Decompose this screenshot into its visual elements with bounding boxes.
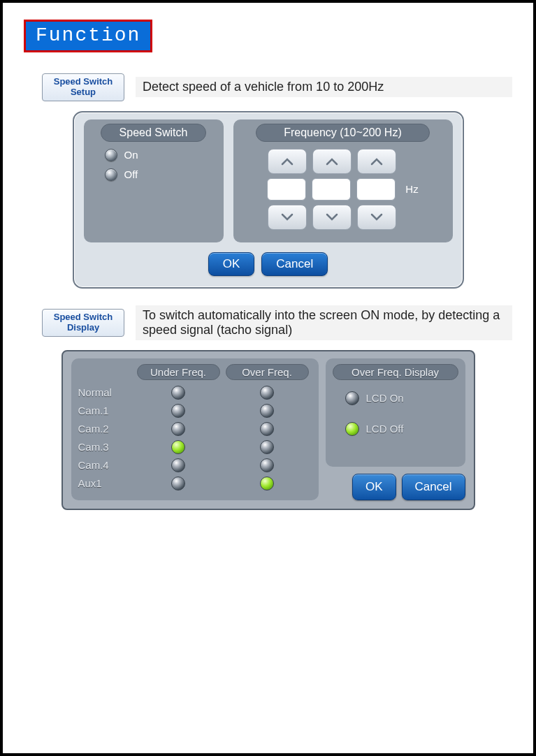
over-freq-radio[interactable] — [260, 477, 274, 490]
chevron-up-icon — [281, 157, 294, 166]
chevron-down-icon — [326, 213, 338, 221]
row-label: Cam.1 — [78, 405, 134, 416]
frequency-panel-title: Frequency (10~200 Hz) — [256, 124, 430, 142]
under-freq-radio[interactable] — [171, 477, 185, 490]
freq-digit1-up-button[interactable] — [268, 149, 307, 174]
lcd-on-label: LCD On — [366, 392, 404, 404]
page-title: Function — [24, 20, 152, 52]
over-freq-display-title: Over Freq. Display — [333, 364, 458, 380]
under-freq-radio[interactable] — [171, 386, 185, 400]
over-freq-radio[interactable] — [260, 386, 274, 400]
over-freq-column-header: Over Freq. — [226, 364, 309, 380]
speed-switch-panel-title: Speed Switch — [101, 124, 206, 142]
ok-button[interactable]: OK — [208, 252, 255, 276]
speed-switch-on-row[interactable]: On — [105, 149, 215, 161]
under-freq-radio[interactable] — [171, 458, 185, 472]
cancel-button[interactable]: Cancel — [402, 474, 465, 500]
over-freq-radio[interactable] — [260, 458, 274, 472]
chevron-down-icon — [370, 213, 383, 221]
freq-digit2-up-button[interactable] — [312, 149, 352, 174]
radio-icon — [345, 391, 359, 405]
radio-icon — [105, 168, 117, 181]
radio-icon — [345, 422, 359, 436]
lcd-off-label: LCD Off — [366, 423, 404, 435]
row-label: Cam.4 — [78, 459, 134, 471]
freq-digit3-up-button[interactable] — [357, 149, 396, 174]
radio-icon — [105, 149, 117, 161]
freq-mode-panel: Under Freq. Over Freq. NormalCam.1Cam.2C… — [71, 358, 319, 500]
freq-mode-row: Aux1 — [78, 477, 312, 490]
row-label: Cam.3 — [78, 441, 134, 453]
speed-switch-off-row[interactable]: Off — [105, 168, 215, 181]
lcd-off-option[interactable]: LCD Off — [345, 422, 458, 436]
freq-digit2-input[interactable] — [312, 178, 351, 201]
off-label: Off — [124, 168, 138, 180]
hz-unit-label: Hz — [405, 183, 418, 195]
freq-mode-row: Cam.4 — [78, 458, 312, 472]
ok-button[interactable]: OK — [352, 474, 396, 500]
freq-digit1-down-button[interactable] — [268, 205, 307, 230]
freq-mode-row: Normal — [78, 386, 312, 400]
speed-switch-setup-dialog: Speed Switch On Off Frequency (10~200 Hz… — [73, 111, 464, 289]
cancel-button[interactable]: Cancel — [261, 252, 328, 276]
under-freq-column-header: Under Freq. — [137, 364, 220, 380]
speed-switch-display-dialog: Under Freq. Over Freq. NormalCam.1Cam.2C… — [61, 350, 475, 510]
freq-mode-row: Cam.1 — [78, 404, 312, 418]
under-freq-radio[interactable] — [171, 440, 185, 454]
lcd-on-option[interactable]: LCD On — [345, 391, 458, 405]
section1-description: Detect speed of a vehicle from 10 to 200… — [136, 77, 512, 97]
freq-mode-row: Cam.3 — [78, 440, 312, 454]
row-label: Aux1 — [78, 477, 134, 489]
chevron-up-icon — [326, 157, 338, 166]
freq-digit3-input[interactable] — [356, 178, 396, 201]
chevron-up-icon — [370, 157, 383, 166]
over-freq-radio[interactable] — [260, 422, 274, 436]
freq-digit3-down-button[interactable] — [357, 205, 396, 230]
under-freq-radio[interactable] — [171, 404, 185, 418]
section2-description: To switch automatically into the screen … — [136, 305, 512, 340]
on-label: On — [124, 149, 138, 161]
speed-switch-setup-button[interactable]: Speed Switch Setup — [42, 73, 124, 101]
speed-switch-display-button[interactable]: Speed Switch Display — [42, 309, 124, 337]
over-freq-radio[interactable] — [260, 440, 274, 454]
freq-mode-row: Cam.2 — [78, 422, 312, 436]
under-freq-radio[interactable] — [171, 422, 185, 436]
freq-digit2-down-button[interactable] — [312, 205, 352, 230]
chevron-down-icon — [281, 213, 294, 221]
row-label: Normal — [78, 386, 134, 398]
over-freq-display-panel: Over Freq. Display LCD On LCD Off — [326, 358, 465, 467]
row-label: Cam.2 — [78, 423, 134, 435]
freq-digit1-input[interactable] — [267, 178, 306, 201]
over-freq-radio[interactable] — [260, 404, 274, 418]
speed-switch-panel: Speed Switch On Off — [84, 119, 224, 242]
frequency-panel: Frequency (10~200 Hz) — [233, 119, 453, 242]
